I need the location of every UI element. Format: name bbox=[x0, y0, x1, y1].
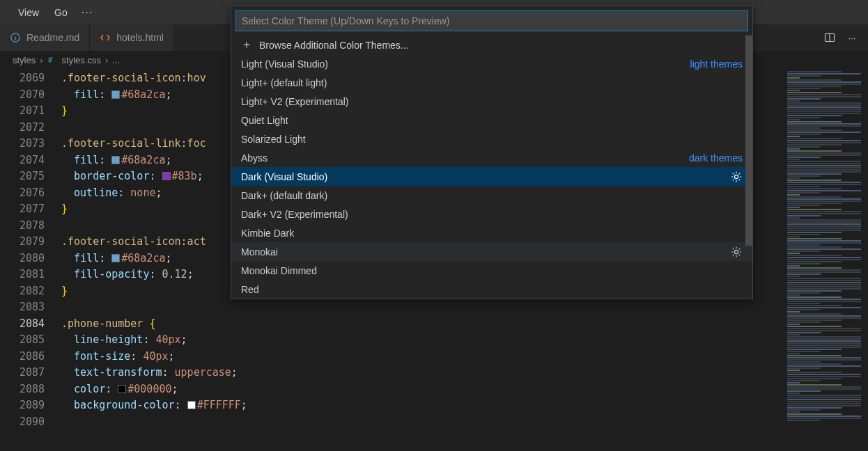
split-editor-icon[interactable] bbox=[822, 30, 837, 45]
info-icon bbox=[10, 32, 21, 43]
chevron-right-icon: › bbox=[105, 55, 108, 65]
picker-input-wrap bbox=[231, 6, 752, 35]
theme-kimbie-dark[interactable]: Kimbie Dark bbox=[231, 223, 752, 242]
gear-icon[interactable] bbox=[730, 171, 743, 183]
theme-quiet-light[interactable]: Quiet Light bbox=[231, 111, 752, 129]
theme-solarized-light[interactable]: Solarized Light bbox=[231, 129, 752, 148]
theme-dark-vs[interactable]: Dark (Visual Studio) bbox=[231, 167, 752, 186]
theme-dark-plus[interactable]: Dark+ (default dark) bbox=[231, 186, 752, 205]
gear-icon[interactable] bbox=[730, 246, 743, 258]
theme-light-plus[interactable]: Light+ (default light) bbox=[231, 73, 752, 92]
browse-label: Browse Additional Color Themes... bbox=[259, 40, 409, 51]
browse-themes[interactable]: ＋ Browse Additional Color Themes... bbox=[231, 35, 752, 54]
menu-more-icon[interactable]: ··· bbox=[77, 3, 97, 22]
menu-go[interactable]: Go bbox=[49, 4, 73, 21]
menu-view[interactable]: View bbox=[13, 4, 45, 21]
svg-text:#: # bbox=[48, 56, 53, 64]
breadcrumb-file: styles.css bbox=[62, 55, 101, 65]
minimap[interactable] bbox=[784, 69, 868, 451]
theme-abyss[interactable]: Abyss dark themes bbox=[231, 148, 752, 167]
svg-point-7 bbox=[734, 250, 738, 253]
tab-label: Readme.md bbox=[26, 32, 79, 43]
line-gutter: 2069207020712072207320742075207620772078… bbox=[0, 69, 61, 451]
theme-search-input[interactable] bbox=[235, 10, 748, 31]
theme-monokai[interactable]: Monokai bbox=[231, 242, 752, 261]
plus-icon: ＋ bbox=[241, 38, 252, 52]
chevron-right-icon: › bbox=[40, 55, 42, 65]
picker-scrollbar[interactable] bbox=[745, 35, 752, 299]
theme-light-v2[interactable]: Light+ V2 (Experimental) bbox=[231, 92, 752, 111]
code-icon bbox=[100, 32, 111, 43]
svg-point-2 bbox=[15, 35, 15, 35]
theme-dark-v2[interactable]: Dark+ V2 (Experimental) bbox=[231, 205, 752, 223]
tab-hotels[interactable]: hotels.html bbox=[90, 24, 174, 51]
breadcrumb-folder: styles bbox=[13, 55, 36, 65]
tab-actions: ··· bbox=[822, 24, 868, 51]
theme-red[interactable]: Red bbox=[231, 280, 752, 299]
tab-readme[interactable]: Readme.md bbox=[0, 24, 90, 51]
css-file-icon: # bbox=[47, 55, 58, 65]
svg-point-6 bbox=[734, 175, 738, 178]
theme-list: ＋ Browse Additional Color Themes... Ligh… bbox=[231, 35, 752, 299]
more-actions-icon[interactable]: ··· bbox=[844, 30, 860, 45]
light-themes-label: light themes bbox=[690, 58, 743, 70]
breadcrumb-trail: ... bbox=[112, 55, 120, 65]
tab-label: hotels.html bbox=[116, 32, 164, 43]
dark-themes-label: dark themes bbox=[689, 152, 743, 164]
theme-monokai-dimmed[interactable]: Monokai Dimmed bbox=[231, 261, 752, 280]
color-theme-picker: ＋ Browse Additional Color Themes... Ligh… bbox=[231, 6, 753, 299]
theme-light-vs[interactable]: Light (Visual Studio) light themes bbox=[231, 54, 752, 73]
